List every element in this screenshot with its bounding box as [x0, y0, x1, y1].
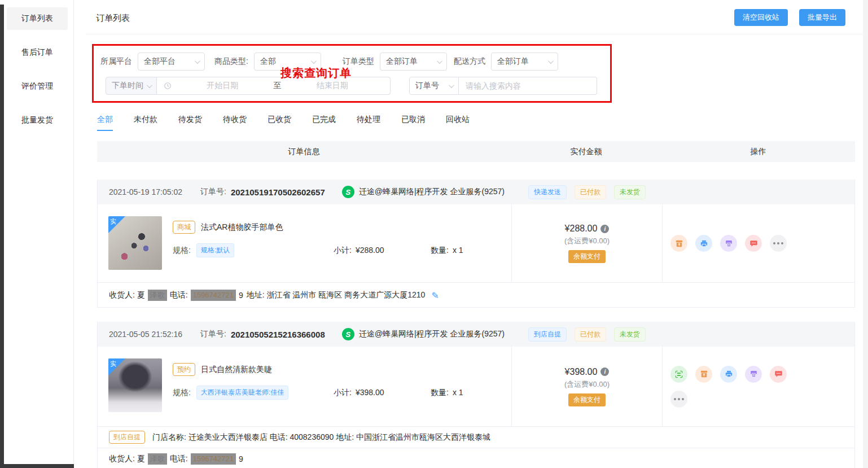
tab-all[interactable]: 全部 [97, 115, 113, 131]
sidebar-item-review-management[interactable]: 评价管理 [7, 75, 68, 98]
info-icon[interactable]: i [600, 368, 609, 376]
tab-received[interactable]: 已收货 [268, 115, 291, 131]
paid-status-badge: 已付款 [575, 185, 606, 199]
product-image[interactable]: 实 [108, 358, 162, 412]
scan-icon [674, 370, 683, 379]
order-no-label: 订单号: [200, 329, 226, 339]
date-to-label: 至 [274, 81, 282, 91]
page-title: 订单列表 [96, 13, 130, 24]
spec-label: 规格: [173, 388, 191, 398]
order-badges: 快递发送 已付款 未发货 [528, 185, 646, 199]
freight-note: (含运费¥0.00) [564, 236, 610, 246]
message-button[interactable] [745, 235, 762, 252]
date-range-input[interactable]: 开始日期 至 结束日期 [157, 77, 391, 95]
order-header: 2021-05-19 17:05:02 订单号: 202105191705026… [98, 180, 854, 204]
print-receipt-button[interactable] [720, 366, 737, 383]
more-actions-button[interactable] [770, 235, 787, 252]
store-row: 到店自提 门店名称: 迁途美业大西洋银泰店 电话: 4008236090 地址:… [98, 426, 854, 448]
receiver-row: 收货人: 夏 泽歌 电话: 1596742721 9 地址: 浙江省 温州市 瓯… [98, 282, 854, 308]
tab-cancelled[interactable]: 已取消 [401, 115, 425, 131]
paid-amount: ¥398.00 [565, 367, 598, 377]
receiver-label: 收货人: 夏 [109, 454, 145, 464]
paid-amount: ¥288.00 [565, 224, 598, 234]
tab-to-receive[interactable]: 待收货 [223, 115, 247, 131]
tab-to-ship[interactable]: 待发货 [178, 115, 202, 131]
ellipsis-icon [773, 242, 783, 244]
sidebar-item-aftersale-orders[interactable]: 售后订单 [7, 41, 68, 64]
topbar: 订单列表 清空回收站 批量导出 [86, 0, 868, 34]
tab-recycle-bin[interactable]: 回收站 [446, 115, 470, 131]
print-receipt-button[interactable] [695, 235, 712, 252]
spec-label: 规格: [173, 246, 191, 256]
spec-tag: 规格:默认 [196, 243, 234, 257]
info-icon[interactable]: i [600, 225, 609, 233]
product-type-tag: 预约 [173, 363, 195, 376]
chevron-down-icon [311, 58, 317, 64]
tab-pending[interactable]: 待处理 [357, 115, 380, 131]
product-type-tag: 商城 [173, 221, 195, 234]
redacted-name: 泽歌 [148, 453, 167, 465]
sidebar-item-batch-ship[interactable]: 批量发货 [7, 109, 68, 132]
action-icons [670, 235, 800, 252]
phone-label: 电话: [170, 454, 188, 464]
tab-unpaid[interactable]: 未付款 [134, 115, 157, 131]
subtotal-label: 小计: [334, 246, 352, 256]
redacted-name: 泽歌 [148, 290, 167, 301]
batch-export-button[interactable]: 批量导出 [799, 9, 845, 26]
print-waybill-button[interactable] [720, 235, 737, 252]
edit-address-icon[interactable]: ✎ [431, 290, 439, 301]
delivery-method-select[interactable]: 全部订单 [491, 53, 558, 71]
column-order-info: 订单信息 [97, 147, 511, 157]
order-type-select[interactable]: 全部订单 [380, 53, 447, 71]
order-no-label: 订单号: [200, 187, 226, 197]
receiver-address: 地址: 浙江省 温州市 瓯海区 商务大道广源大厦1210 [247, 290, 426, 300]
order-management-page: 订单列表 售后订单 评价管理 批量发货 订单列表 清空回收站 批量导出 所属平台… [0, 0, 868, 468]
sidebar-item-order-list[interactable]: 订单列表 [7, 7, 68, 30]
order-no: 20210505215216366008 [231, 330, 325, 339]
subtotal-value: ¥398.00 [356, 388, 384, 398]
chat-bubble-icon [749, 239, 758, 248]
printer-icon [725, 370, 733, 378]
column-actions: 操作 [661, 147, 855, 157]
order-card: 2021-05-05 21:52:16 订单号: 202105052152163… [97, 322, 855, 468]
vertical-scrollbar[interactable] [863, 0, 868, 468]
order-no: 20210519170502602657 [231, 187, 325, 197]
pay-method-badge: 余额支付 [568, 393, 606, 406]
more-actions-button[interactable] [670, 391, 687, 408]
delivery-method-badge: 快递发送 [528, 185, 567, 199]
time-type-select[interactable]: 下单时间 [106, 77, 157, 95]
message-button[interactable] [770, 366, 787, 383]
chevron-down-icon [437, 58, 442, 64]
clear-recycle-bin-button[interactable]: 清空回收站 [734, 9, 788, 26]
start-date-placeholder[interactable]: 开始日期 [172, 81, 274, 91]
tab-completed[interactable]: 已完成 [312, 115, 336, 131]
platform-select[interactable]: 全部平台 [138, 53, 205, 71]
qty-label: 数量: [431, 388, 449, 398]
end-date-placeholder[interactable]: 结束日期 [282, 81, 384, 91]
ship-button[interactable] [695, 366, 712, 383]
pay-method-badge: 余额支付 [568, 250, 606, 263]
store-info: 门店名称: 迁途美业大西洋银泰店 电话: 4008236090 地址: 中国浙江… [152, 432, 490, 443]
subtotal-label: 小计: [334, 388, 352, 398]
verify-code-button[interactable] [670, 366, 687, 383]
delivery-method-badge: 到店自提 [528, 327, 567, 342]
clock-icon [164, 82, 172, 90]
left-dark-strip [0, 5, 4, 464]
product-image[interactable]: 实 [108, 216, 162, 270]
package-up-icon [675, 239, 683, 248]
actions-column: 打印小票 留言 订单详情 [662, 204, 854, 282]
ellipsis-icon [674, 398, 684, 400]
print-waybill-button[interactable] [745, 366, 762, 383]
receiver-row: 收货人: 夏 泽歌 电话: 1596742721 9 [98, 448, 854, 468]
ship-status-badge: 未发货 [614, 327, 646, 342]
freight-note: (含运费¥0.00) [564, 379, 610, 390]
order-body: 实 预约 日式自然清新款美睫 规格: 大西洋银泰店美睫老师:佳佳 小计: [98, 347, 854, 426]
product-name: 日式自然清新款美睫 [201, 365, 272, 375]
search-type-select[interactable]: 订单号 [409, 77, 459, 95]
redacted-phone: 1596742721 [191, 290, 236, 301]
spec-tag: 大西洋银泰店美睫老师:佳佳 [196, 386, 288, 400]
phone-visible-digit: 9 [239, 291, 243, 300]
search-input[interactable] [459, 77, 597, 95]
printer-icon [700, 239, 708, 248]
ship-button[interactable] [670, 235, 687, 252]
